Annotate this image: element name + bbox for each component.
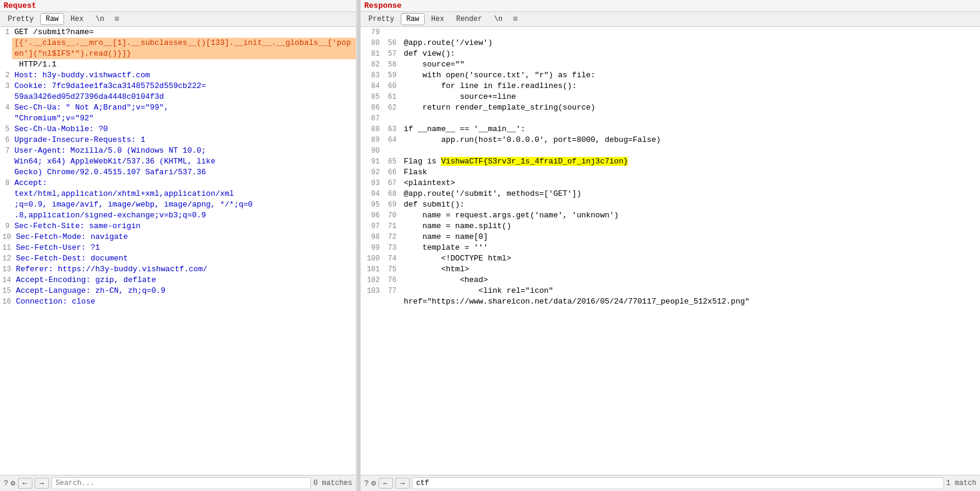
tab-newline-left[interactable]: \n bbox=[90, 13, 109, 25]
response-line-82: 82 58 source="" bbox=[361, 59, 980, 70]
tab-pretty-left[interactable]: Pretty bbox=[2, 13, 39, 25]
line-num-13: 13 bbox=[0, 264, 13, 275]
inner-num-96: 70 bbox=[382, 210, 401, 221]
inner-num-84: 60 bbox=[382, 81, 401, 92]
response-content-95: def submit(): bbox=[401, 199, 980, 210]
outer-num-83: 83 bbox=[361, 70, 382, 81]
inner-num-101: 75 bbox=[382, 264, 401, 275]
back-btn-right[interactable]: ← bbox=[379, 478, 393, 489]
settings-icon-left[interactable]: ⚙ bbox=[11, 478, 16, 488]
response-header: Response bbox=[361, 0, 980, 12]
outer-num-85: 85 bbox=[361, 92, 382, 102]
request-line-4: 4 Sec-Ch-Ua: " Not A;Brand";v="99", "Chr… bbox=[0, 102, 356, 124]
question-icon-left[interactable]: ? bbox=[4, 479, 8, 488]
main-container: Request Pretty Raw Hex \n ≡ 1 GET /submi… bbox=[0, 0, 980, 491]
response-title: Response bbox=[364, 1, 401, 10]
outer-num-102: 102 bbox=[361, 275, 382, 286]
response-line-81: 81 57 def view(): bbox=[361, 49, 980, 59]
request-line-9: 9 Sec-Fetch-Site: same-origin bbox=[0, 221, 356, 232]
outer-num-101: 101 bbox=[361, 264, 382, 275]
tab-render-right[interactable]: Render bbox=[450, 13, 487, 25]
outer-num-99: 99 bbox=[361, 243, 382, 253]
inner-num-80: 56 bbox=[382, 38, 401, 49]
response-content-85: source+=line bbox=[401, 92, 980, 102]
outer-num-103: 103 bbox=[361, 286, 382, 296]
response-line-97: 97 71 name = name.split() bbox=[361, 221, 980, 232]
line-num-2: 2 bbox=[0, 70, 12, 81]
search-input-right[interactable] bbox=[412, 477, 944, 489]
inner-num-94: 68 bbox=[382, 189, 401, 199]
response-line-98: 98 72 name = name[0] bbox=[361, 232, 980, 243]
response-line-87: 87 bbox=[361, 113, 980, 124]
request-code-area: 1 GET /submit?name= [{'.__class__.__mro_… bbox=[0, 27, 356, 475]
response-line-99: 99 73 template = ''' bbox=[361, 243, 980, 253]
response-content-81: def view(): bbox=[401, 49, 980, 59]
response-line-102: 102 76 <head> bbox=[361, 275, 980, 286]
tab-hex-left[interactable]: Hex bbox=[65, 13, 89, 25]
line-content-15: Accept-Language: zh-CN, zh;q=0.9 bbox=[13, 286, 356, 296]
outer-num-90: 90 bbox=[361, 146, 382, 156]
response-content-99: template = ''' bbox=[401, 243, 980, 253]
outer-num-81: 81 bbox=[361, 49, 382, 59]
response-content-82: source="" bbox=[401, 59, 980, 70]
response-content-93: <plaintext> bbox=[401, 178, 980, 189]
response-line-93: 93 67 <plaintext> bbox=[361, 178, 980, 189]
response-line-100: 100 74 <!DOCTYPE html> bbox=[361, 253, 980, 264]
line-num-14: 14 bbox=[0, 275, 13, 286]
tab-newline-right[interactable]: \n bbox=[489, 13, 508, 25]
response-line-95: 95 69 def submit(): bbox=[361, 199, 980, 210]
response-line-94: 94 68 @app.route('/submit', methods=['GE… bbox=[361, 189, 980, 199]
response-line-88: 88 63 if __name__ == '__main__': bbox=[361, 124, 980, 135]
line-num-8: 8 bbox=[0, 178, 12, 189]
outer-num-92: 92 bbox=[361, 167, 382, 178]
line-content-9: Sec-Fetch-Site: same-origin bbox=[12, 221, 356, 232]
forward-btn-left[interactable]: → bbox=[35, 478, 49, 489]
response-content-98: name = name[0] bbox=[401, 232, 980, 243]
inner-num-99: 73 bbox=[382, 243, 401, 253]
flag-highlight-vishwactf: VishwaCTF bbox=[441, 157, 483, 166]
settings-icon-right[interactable]: ⚙ bbox=[371, 478, 376, 488]
search-matches-right: 1 match bbox=[946, 479, 976, 487]
line-num-10: 10 bbox=[0, 232, 13, 243]
question-icon-right[interactable]: ? bbox=[364, 479, 369, 488]
inner-num-89: 64 bbox=[382, 135, 401, 146]
response-content-91: Flag is VishwaCTF{S3rv3r_1s_4fraiD_of_in… bbox=[401, 156, 980, 167]
line-num-1: 1 bbox=[0, 27, 12, 38]
line-content-2: Host: h3y-buddy.vishwactf.com bbox=[12, 70, 356, 81]
outer-num-95: 95 bbox=[361, 199, 382, 210]
response-content-80: @app.route('/view') bbox=[401, 38, 980, 49]
outer-num-89: 89 bbox=[361, 135, 382, 146]
tab-raw-left[interactable]: Raw bbox=[40, 13, 64, 25]
request-line-2: 2 Host: h3y-buddy.vishwactf.com bbox=[0, 70, 356, 81]
line-content-6: Upgrade-Insecure-Requests: 1 bbox=[12, 135, 356, 146]
search-matches-left: 0 matches bbox=[313, 479, 352, 487]
line-content-16: Connection: close bbox=[13, 296, 356, 307]
tab-pretty-right[interactable]: Pretty bbox=[363, 13, 400, 25]
response-content-102: <head> bbox=[401, 275, 980, 286]
outer-num-82: 82 bbox=[361, 59, 382, 70]
inner-num-81: 57 bbox=[382, 49, 401, 59]
inner-num-93: 67 bbox=[382, 178, 401, 189]
inner-num-85: 61 bbox=[382, 92, 401, 102]
response-line-92: 92 66 Flask bbox=[361, 167, 980, 178]
request-line-http: HTTP/1.1 bbox=[0, 59, 356, 70]
request-line-11: 11 Sec-Fetch-User: ?1 bbox=[0, 243, 356, 253]
tab-raw-right[interactable]: Raw bbox=[401, 13, 425, 25]
request-line-6: 6 Upgrade-Insecure-Requests: 1 bbox=[0, 135, 356, 146]
tab-menu-left[interactable]: ≡ bbox=[111, 13, 123, 25]
request-line-5: 5 Sec-Ch-Ua-Mobile: ?0 bbox=[0, 124, 356, 135]
inner-num-100: 74 bbox=[382, 253, 401, 264]
tab-menu-right[interactable]: ≡ bbox=[509, 13, 521, 25]
response-line-79: 79 bbox=[361, 27, 980, 38]
inner-num-103: 77 bbox=[382, 286, 401, 296]
back-btn-left[interactable]: ← bbox=[18, 478, 32, 489]
line-content-5: Sec-Ch-Ua-Mobile: ?0 bbox=[12, 124, 356, 135]
outer-num-100: 100 bbox=[361, 253, 382, 264]
response-line-83: 83 59 with open('source.txt', "r") as fi… bbox=[361, 70, 980, 81]
tab-hex-right[interactable]: Hex bbox=[426, 13, 450, 25]
response-content-cont: href="https://www.shareicon.net/data/201… bbox=[401, 296, 980, 307]
forward-btn-right[interactable]: → bbox=[395, 478, 410, 489]
search-input-left[interactable] bbox=[52, 477, 311, 489]
inner-num-82: 58 bbox=[382, 59, 401, 70]
response-content-97: name = name.split() bbox=[401, 221, 980, 232]
